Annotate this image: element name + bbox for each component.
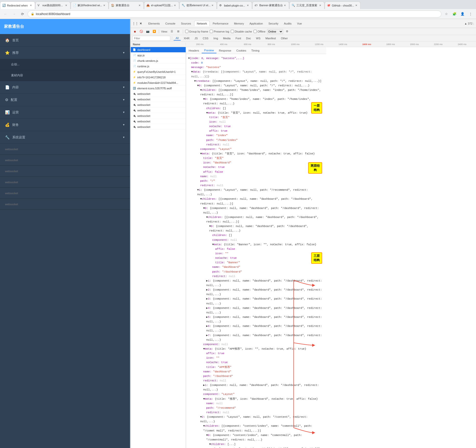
url-bar[interactable]: 🔒 localhost:8080/dashboard: [28, 11, 441, 18]
devtools-drag-handle[interactable]: ⋮⋮: [133, 21, 138, 26]
nav-item-config[interactable]: ⚙ 配置 ▼: [0, 94, 130, 106]
disable-cache-checkbox[interactable]: Disable cache: [231, 30, 252, 33]
file-item-runtime[interactable]: 📄 runtime.js: [131, 64, 186, 69]
tab-jielu[interactable]: 📄 解决Redirected wi... ✕: [71, 2, 108, 9]
detail-tab-headers[interactable]: Headers: [186, 48, 202, 53]
tab-close-5[interactable]: ✕: [173, 4, 177, 8]
file-item-icons[interactable]: 🔤 element-icons.5357f7f5.woff: [131, 86, 186, 91]
file-list: 📄 dashboard 📄 app.js 📄 chunk-vendors.js …: [131, 47, 186, 448]
tab-memory[interactable]: Memory: [231, 21, 247, 26]
file-item-info[interactable]: ⚡ info?t=1614417286218: [131, 75, 186, 80]
filter-ws[interactable]: WS: [254, 36, 263, 40]
reload-button[interactable]: ⟳: [19, 11, 26, 18]
tab-network[interactable]: Network: [194, 21, 210, 26]
tab-security[interactable]: Security: [266, 21, 281, 26]
nav-item-recommend[interactable]: ⭐ 推荐 ▼: [0, 47, 130, 59]
url-text: localhost:8080/dashboard: [36, 12, 438, 16]
file-item-modules[interactable]: ⚡ modulesToken&id=22274da994...: [131, 80, 186, 86]
back-button[interactable]: ←: [2, 11, 9, 18]
file-item-ws6[interactable]: 🔌 websocket: [131, 119, 186, 124]
nav-item-settings[interactable]: 🔧 系统设置 ▼: [0, 131, 130, 144]
tab-vue[interactable]: Vue: [295, 21, 304, 26]
tab-element[interactable]: 🔧 使用element UI el... ✕: [179, 2, 217, 9]
tab-elements[interactable]: Elements: [146, 21, 162, 26]
tab-close-1[interactable]: ✕: [29, 4, 33, 8]
tab-close-2[interactable]: ✕: [64, 4, 68, 8]
tab-upload[interactable]: 📤 el-upload可以阻... ✕: [144, 2, 179, 9]
filter-button[interactable]: 🔽: [152, 29, 157, 34]
nav-item-home[interactable]: 🏠 首页: [0, 34, 130, 47]
throttle-settings-button[interactable]: ⚙: [285, 29, 290, 34]
detail-tab-response[interactable]: Response: [216, 48, 234, 53]
tab-baidu[interactable]: 🔍 三元堂_百度搜索 ✕: [289, 2, 324, 9]
file-item-dashboard[interactable]: 📄 dashboard: [131, 47, 186, 53]
filter-img[interactable]: Img: [211, 36, 220, 40]
tab-sources[interactable]: Sources: [178, 21, 193, 26]
list-view-button[interactable]: ☰: [169, 29, 174, 34]
file-item-appjs[interactable]: 📄 app.js: [131, 53, 186, 58]
preserve-log-input[interactable]: [210, 30, 213, 33]
group-by-frame-checkbox[interactable]: Group by frame: [185, 30, 208, 33]
filter-doc[interactable]: Doc: [244, 36, 253, 40]
filter-font[interactable]: Font: [233, 36, 243, 40]
file-item-ws5[interactable]: 🔌 websocket: [131, 113, 186, 119]
devtools-close[interactable]: ✕: [138, 21, 143, 26]
nav-sub-sucai[interactable]: 素材内容: [0, 70, 130, 81]
name-column-header[interactable]: Name: [131, 43, 186, 46]
tab-github[interactable]: 🐙 GitHub - chou00... ✕: [325, 2, 360, 9]
file-item-ws3[interactable]: 🔌 websocket: [131, 102, 186, 108]
tab-close-10[interactable]: ✕: [354, 4, 358, 8]
file-item-ws2[interactable]: 🔌 websocket: [131, 97, 186, 102]
filter-xhr[interactable]: XHR: [182, 36, 191, 40]
filter-media[interactable]: Media: [221, 36, 232, 40]
tab-console[interactable]: Console: [163, 21, 178, 26]
filter-input[interactable]: [132, 36, 170, 41]
profile-button[interactable]: 👤: [459, 11, 466, 18]
record-button[interactable]: ⏺: [132, 29, 137, 34]
tab-application[interactable]: Application: [247, 21, 266, 26]
tab-close-6[interactable]: ✕: [210, 4, 214, 8]
filter-all[interactable]: All: [174, 36, 181, 41]
tab-close-8[interactable]: ✕: [283, 4, 287, 8]
tab-jiaojiao[interactable]: 🏠 家教通告台 ✕: [109, 2, 144, 9]
nav-item-content[interactable]: 📄 内容 ▼: [0, 81, 130, 94]
tab-audits[interactable]: Audits: [281, 21, 294, 26]
detail-tab-cookies[interactable]: Cookies: [234, 48, 249, 53]
bookmark-button[interactable]: ☆: [443, 11, 450, 18]
nav-item-finance[interactable]: 💰 财务 ▼: [0, 119, 130, 131]
tab-redirected-when[interactable]: 🔄 Redirected when ✕: [0, 2, 35, 9]
throttle-select[interactable]: Online Fast 3G Slow 3G Offline: [267, 29, 283, 34]
extensions-button[interactable]: 🧩: [451, 11, 458, 18]
clear-button[interactable]: 🚫: [139, 29, 144, 34]
file-item-ws7[interactable]: 🔌 websocket: [131, 124, 186, 130]
tab-vue[interactable]: V vue路由跳转特... ✕: [35, 2, 70, 9]
file-item-chunk[interactable]: 📄 chunk-vendors.js: [131, 58, 186, 64]
detail-tab-preview[interactable]: Preview: [202, 48, 216, 53]
filter-manifest[interactable]: Manifest: [264, 36, 278, 40]
file-item-ws4[interactable]: 🔌 websocket: [131, 108, 186, 113]
detail-tab-timing[interactable]: Timing: [249, 48, 262, 53]
file-item-ws1[interactable]: 🔌 websocket: [131, 91, 186, 97]
preserve-log-checkbox[interactable]: Preserve log: [210, 30, 229, 33]
forward-button[interactable]: →: [11, 11, 18, 18]
nav-sub-zhongchuang[interactable]: 众创...: [0, 59, 130, 70]
grid-view-button[interactable]: ⊞: [176, 29, 181, 34]
menu-button[interactable]: ⋮: [467, 11, 474, 18]
tab-performance[interactable]: Performance: [210, 21, 231, 26]
group-by-frame-input[interactable]: [185, 30, 188, 33]
nav-item-ops[interactable]: 📊 运营 ▼: [0, 106, 130, 119]
offline-checkbox[interactable]: Offline: [254, 30, 266, 33]
file-item-query[interactable]: ⚡ queryFxUserByUserIdUserId=1: [131, 69, 186, 75]
offline-input[interactable]: [254, 30, 257, 33]
filter-css[interactable]: CSS: [201, 36, 210, 40]
filter-js[interactable]: JS: [192, 36, 200, 40]
filter-other[interactable]: Other: [279, 36, 290, 40]
tab-close-4[interactable]: ✕: [138, 4, 142, 8]
tab-close-7[interactable]: ✕: [246, 4, 250, 8]
tab-banner[interactable]: 🏷 Banner-家教通告台 ✕: [252, 2, 289, 9]
camera-button[interactable]: 📷: [145, 29, 150, 34]
disable-cache-input[interactable]: [231, 30, 234, 33]
tab-babel[interactable]: ⚙ babel-plugin-co... ✕: [217, 2, 252, 9]
tab-close-9[interactable]: ✕: [318, 4, 322, 8]
tab-close-3[interactable]: ✕: [102, 4, 106, 8]
